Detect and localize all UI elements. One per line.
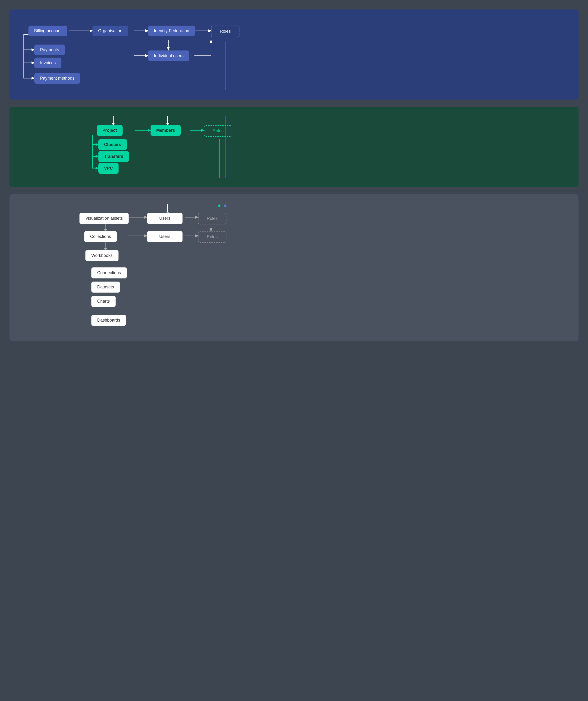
svg-point-24 xyxy=(224,205,226,207)
transfers-node[interactable]: Transfers xyxy=(99,151,129,162)
members-node[interactable]: Members xyxy=(151,125,181,136)
roles-green-node[interactable]: Roles xyxy=(204,125,232,137)
users-top-node[interactable]: Users xyxy=(147,213,183,224)
payment-methods-node[interactable]: Payment methods xyxy=(34,73,80,84)
roles-top-node[interactable]: Roles xyxy=(198,213,226,224)
visualization-assets-node[interactable]: Visualization assets xyxy=(79,213,129,224)
panel-visualization: Visualization assets Collections Workboo… xyxy=(9,194,579,341)
connections-node[interactable]: Connections xyxy=(91,267,127,278)
individual-users-node[interactable]: Individual users xyxy=(148,50,189,61)
workbooks-node[interactable]: Workbooks xyxy=(85,250,119,261)
organisation-node[interactable]: Organisation xyxy=(92,26,128,36)
roles-blue-node[interactable]: Roles xyxy=(211,26,239,37)
roles-bottom-node[interactable]: Roles xyxy=(198,231,226,243)
payments-node[interactable]: Payments xyxy=(34,44,65,55)
collections-node[interactable]: Collections xyxy=(84,231,117,242)
clusters-node[interactable]: Clusters xyxy=(99,139,127,150)
dashboards-node[interactable]: Dashboards xyxy=(91,315,126,326)
users-bottom-node[interactable]: Users xyxy=(147,231,183,242)
panel-project: Project Members Roles Clusters Transfers… xyxy=(9,106,579,187)
identity-federation-node[interactable]: Identity Federation xyxy=(148,26,195,36)
svg-point-25 xyxy=(218,205,220,207)
invoices-node[interactable]: Invoices xyxy=(34,58,61,68)
vpc-node[interactable]: VPC xyxy=(99,163,119,174)
charts-node[interactable]: Charts xyxy=(91,296,116,307)
panel-billing: Billing account Payments Invoices Paymen… xyxy=(9,9,579,99)
billing-account-node[interactable]: Billing account xyxy=(28,26,67,36)
datasets-node[interactable]: Datasets xyxy=(91,281,120,293)
project-node[interactable]: Project xyxy=(97,125,123,136)
